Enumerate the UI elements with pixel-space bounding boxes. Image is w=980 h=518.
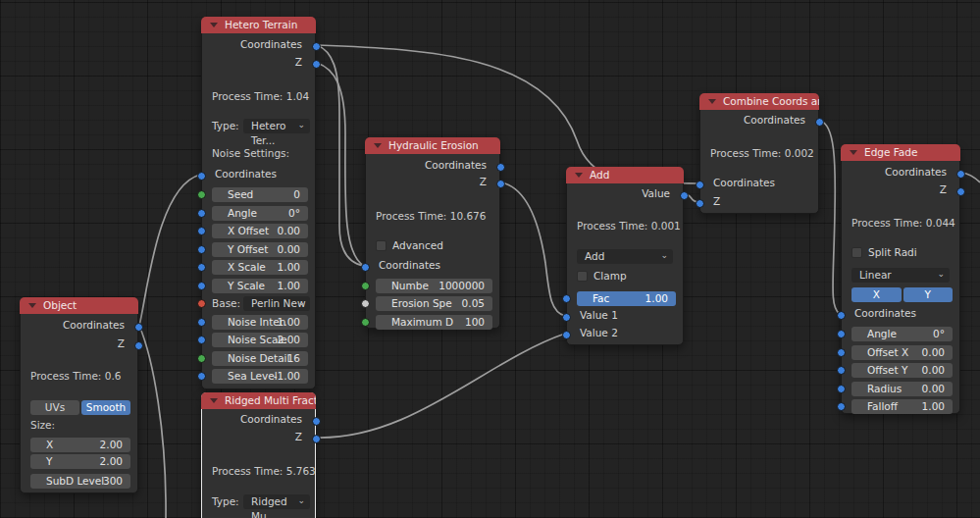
node-hetero-terrain[interactable]: Hetero TerrainCoordinatesZProcess Time: … <box>201 17 316 389</box>
hetero-terrain-sea-level-field[interactable]: Sea Level-1.00 <box>212 369 308 384</box>
hydraulic-erosion-collapse-icon[interactable] <box>374 143 382 148</box>
hetero-terrain-hetero-ter-dropdown[interactable]: Hetero Ter...⌄ <box>243 119 310 133</box>
object-x-field[interactable]: X2.00 <box>30 438 130 452</box>
combine-coords-header[interactable]: Combine Coords and... <box>699 93 819 110</box>
edge-fade-input-coordinates-socket[interactable] <box>837 311 846 320</box>
object-output-coordinates-socket[interactable] <box>134 323 143 332</box>
edge-fade-radius-value: 0.00 <box>922 382 945 396</box>
hetero-terrain-input-x-scale-socket[interactable] <box>197 263 206 272</box>
ridged-multi-fractal-output-coordinates-socket[interactable] <box>312 417 321 426</box>
object-smooth-button[interactable]: Smooth <box>81 400 130 415</box>
add-collapse-icon[interactable] <box>575 173 583 178</box>
hetero-terrain-input-y-offset-socket[interactable] <box>197 245 206 254</box>
add-input-value-2-socket[interactable] <box>562 331 571 339</box>
object-subd-level-field[interactable]: SubD Level300 <box>30 474 130 489</box>
node-edge-fade[interactable]: Edge FadeCoordinatesZProcess Time: 0.044… <box>841 144 960 414</box>
hetero-terrain-angle-field[interactable]: Angle0° <box>212 206 308 221</box>
edge-fade-x-button[interactable]: X <box>851 287 902 302</box>
hetero-terrain-input-x-offset-socket[interactable] <box>197 227 206 235</box>
hetero-terrain-input-coordinates-socket[interactable] <box>197 172 206 181</box>
hydraulic-erosion-output-coordinates-socket[interactable] <box>496 163 505 172</box>
node-ridged-multi-fractal[interactable]: Ridged Multi FractalCoordinatesZProcess … <box>201 392 316 518</box>
edge-fade-input-angle-socket[interactable] <box>837 330 846 338</box>
hydraulic-erosion-output-z-socket[interactable] <box>496 180 505 188</box>
hetero-terrain-input-noise-scale-socket[interactable] <box>197 336 206 344</box>
add-fac-slider[interactable]: Fac1.00 <box>577 291 676 306</box>
hetero-terrain-perlin-new-dropdown[interactable]: Perlin New⌄ <box>243 296 310 311</box>
hydraulic-erosion-input-coordinates-socket[interactable] <box>361 263 370 272</box>
edge-fade-radius-field[interactable]: Radius0.00 <box>851 382 953 396</box>
hydraulic-erosion-erosion-spe-field[interactable]: Erosion Spe0.05 <box>376 296 492 311</box>
ridged-multi-fractal-type-label: Type: <box>212 494 239 509</box>
hydraulic-erosion-numbe-field[interactable]: Numbe1000000 <box>376 279 492 293</box>
hetero-terrain-noise-inten-field[interactable]: Noise Inten1.00 <box>212 315 308 330</box>
hetero-terrain-output-z-socket[interactable] <box>312 60 321 69</box>
hetero-terrain-input-y-scale-socket[interactable] <box>197 282 206 290</box>
hydraulic-erosion-input-maximum-d-socket[interactable] <box>361 318 370 327</box>
hetero-terrain-x-scale-field[interactable]: X Scale1.00 <box>212 260 308 275</box>
node-editor-canvas[interactable]: ObjectCoordinatesZProcess Time: 0.6UVsSm… <box>0 0 980 518</box>
hetero-terrain-input-sea-level-socket[interactable] <box>197 372 206 381</box>
hetero-terrain-input-noise-detail-socket[interactable] <box>197 354 206 363</box>
hetero-terrain-input-angle-socket[interactable] <box>197 209 206 218</box>
node-add[interactable]: AddValueProcess Time: 0.001Add⌄ClampFac1… <box>566 167 684 345</box>
object-uvs-button[interactable]: UVs <box>30 400 79 415</box>
object-output-z-socket[interactable] <box>134 341 143 350</box>
hydraulic-erosion-advanced-checkbox[interactable]: Advanced <box>376 240 492 252</box>
hetero-terrain-y-offset-field[interactable]: Y Offset0.00 <box>212 242 308 257</box>
edge-fade-output-coordinates-socket[interactable] <box>956 170 965 179</box>
combine-coords-input-coordinates-socket[interactable] <box>696 181 704 189</box>
add-add-dropdown[interactable]: Add⌄ <box>577 249 673 264</box>
combine-coords-output-coordinates-socket[interactable] <box>815 118 824 127</box>
hydraulic-erosion-maximum-d-field[interactable]: Maximum D100 <box>376 315 492 330</box>
hetero-terrain-input-noise-inten-socket[interactable] <box>197 318 206 327</box>
edge-fade-header[interactable]: Edge Fade <box>841 144 960 161</box>
edge-fade-linear-dropdown[interactable]: Linear⌄ <box>851 268 950 283</box>
edge-fade-input-offset-y-socket[interactable] <box>837 366 846 375</box>
hydraulic-erosion-header[interactable]: Hydraulic Erosion <box>365 137 500 154</box>
wire-combine-coords-to-edgefade-coords <box>820 121 840 314</box>
edge-fade-falloff-field[interactable]: Falloff1.00 <box>851 399 953 414</box>
hetero-terrain-y-scale-field[interactable]: Y Scale1.00 <box>212 279 308 293</box>
edge-fade-angle-field[interactable]: Angle0° <box>851 327 953 341</box>
hetero-terrain-collapse-icon[interactable] <box>210 23 218 27</box>
edge-fade-input-offset-x-socket[interactable] <box>837 348 846 357</box>
combine-coords-collapse-icon[interactable] <box>708 99 716 104</box>
combine-coords-input-z-socket[interactable] <box>696 199 704 208</box>
edge-fade-split-radi-checkbox[interactable]: Split Radi <box>851 247 953 259</box>
hydraulic-erosion-input-numbe-socket[interactable] <box>361 282 370 290</box>
ridged-multi-fractal-collapse-icon[interactable] <box>210 398 218 403</box>
object-collapse-icon[interactable] <box>28 303 36 308</box>
ridged-multi-fractal-output-z-socket[interactable] <box>312 435 321 443</box>
edge-fade-collapse-icon[interactable] <box>850 150 857 155</box>
edge-fade-offset-y-field[interactable]: Offset Y0.00 <box>851 363 953 378</box>
ridged-multi-fractal-ridged-mu-dropdown[interactable]: Ridged Mu...⌄ <box>243 494 310 509</box>
add-input-fac-socket[interactable] <box>562 294 571 303</box>
edge-fade-input-falloff-socket[interactable] <box>837 402 846 411</box>
add-input-value-1-socket[interactable] <box>562 313 571 322</box>
hetero-terrain-input-base-socket[interactable] <box>197 299 206 308</box>
edge-fade-y-button[interactable]: Y <box>903 287 954 302</box>
node-combine-coords[interactable]: Combine Coords and...CoordinatesProcess … <box>699 93 819 214</box>
object-y-field[interactable]: Y2.00 <box>30 454 130 469</box>
add-clamp-label: Clamp <box>593 270 627 282</box>
edge-fade-output-z-socket[interactable] <box>956 187 965 196</box>
node-object[interactable]: ObjectCoordinatesZProcess Time: 0.6UVsSm… <box>20 297 138 493</box>
ridged-multi-fractal-header[interactable]: Ridged Multi Fractal <box>201 392 316 409</box>
hetero-terrain-output-coordinates-socket[interactable] <box>312 42 321 51</box>
add-header[interactable]: Add <box>566 167 684 183</box>
hetero-terrain-noise-scale-field[interactable]: Noise Scale2.00 <box>212 333 308 347</box>
edge-fade-input-radius-socket[interactable] <box>837 385 846 393</box>
node-hydraulic-erosion[interactable]: Hydraulic ErosionCoordinatesZProcess Tim… <box>365 137 500 329</box>
hetero-terrain-x-offset-field[interactable]: X Offset0.00 <box>212 224 308 238</box>
hetero-terrain-seed-field[interactable]: Seed0 <box>212 187 308 202</box>
edge-fade-offset-x-field[interactable]: Offset X0.00 <box>851 345 953 360</box>
hetero-terrain-noise-detail-value: 16 <box>287 351 300 366</box>
add-output-value-socket[interactable] <box>680 191 689 200</box>
hydraulic-erosion-input-erosion-spe-socket[interactable] <box>361 299 370 308</box>
hetero-terrain-noise-detail-field[interactable]: Noise Detail16 <box>212 351 308 366</box>
hetero-terrain-input-seed-socket[interactable] <box>197 190 206 199</box>
add-clamp-checkbox[interactable]: Clamp <box>577 271 676 283</box>
object-header[interactable]: Object <box>20 297 138 314</box>
hetero-terrain-header[interactable]: Hetero Terrain <box>201 17 316 33</box>
